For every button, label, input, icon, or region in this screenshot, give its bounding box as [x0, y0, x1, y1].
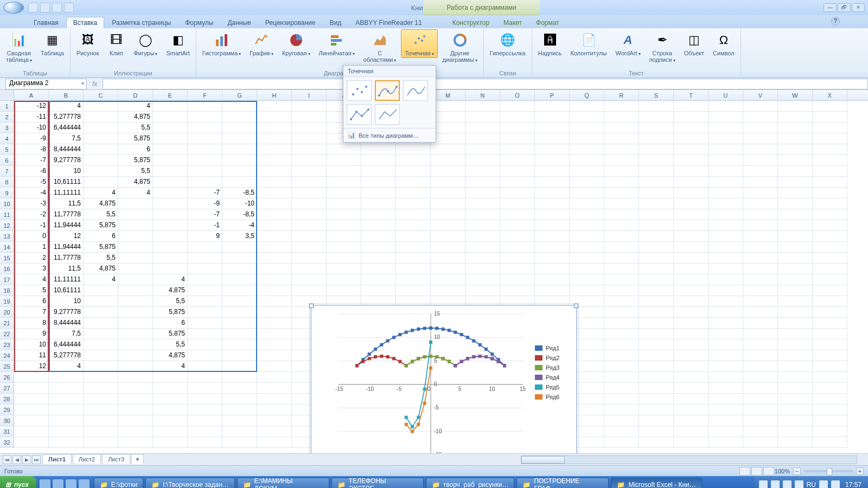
cell[interactable] — [222, 166, 257, 177]
cell[interactable] — [153, 209, 188, 220]
cell[interactable] — [465, 198, 500, 209]
cell[interactable] — [778, 101, 813, 112]
cell[interactable] — [327, 166, 361, 177]
select-all-corner[interactable] — [0, 90, 14, 100]
cell[interactable] — [257, 437, 292, 448]
cell[interactable] — [84, 296, 118, 307]
sheet-tab-2[interactable]: Лист2 — [73, 454, 101, 464]
cell[interactable] — [49, 404, 84, 415]
cell[interactable] — [778, 220, 813, 231]
tab-view[interactable]: Вид — [323, 17, 348, 28]
cell[interactable] — [153, 394, 188, 404]
row-header[interactable]: 4 — [0, 133, 14, 144]
cell[interactable] — [14, 437, 49, 448]
cell[interactable] — [84, 329, 118, 339]
cell[interactable] — [361, 231, 396, 242]
cell[interactable] — [188, 112, 222, 123]
cell[interactable] — [813, 242, 847, 253]
cell[interactable] — [327, 220, 361, 231]
row-header[interactable]: 29 — [0, 404, 14, 415]
cell[interactable]: 4,875 — [118, 177, 153, 188]
cell[interactable] — [327, 198, 361, 209]
cell[interactable] — [570, 253, 604, 264]
zoom-in-button[interactable]: + — [856, 467, 864, 475]
cell[interactable] — [743, 296, 778, 307]
cell[interactable] — [570, 220, 604, 231]
cell[interactable] — [778, 361, 813, 372]
cell[interactable] — [639, 350, 674, 361]
wordart-button[interactable]: AWordArt — [611, 29, 644, 58]
row-header[interactable]: 22 — [0, 329, 14, 339]
other-charts-button[interactable]: Другие диаграммы — [439, 29, 481, 65]
cell[interactable] — [188, 133, 222, 144]
cell[interactable] — [674, 296, 709, 307]
cell[interactable] — [222, 264, 257, 274]
row-header[interactable]: 32 — [0, 437, 14, 448]
cell[interactable] — [118, 383, 153, 394]
cell[interactable] — [604, 220, 639, 231]
cell[interactable] — [639, 329, 674, 339]
cell[interactable] — [743, 437, 778, 448]
cell[interactable] — [118, 415, 153, 426]
cell[interactable] — [153, 437, 188, 448]
cell[interactable] — [570, 177, 604, 188]
cell[interactable]: -8,5 — [222, 188, 257, 198]
cell[interactable] — [813, 220, 847, 231]
row-header[interactable]: 17 — [0, 274, 14, 285]
cell[interactable] — [639, 372, 674, 383]
cell[interactable] — [153, 220, 188, 231]
picture-button[interactable]: 🖼Рисунок — [73, 29, 103, 57]
cell[interactable] — [465, 220, 500, 231]
cell[interactable] — [570, 209, 604, 220]
row-header[interactable]: 5 — [0, 144, 14, 155]
cell[interactable] — [153, 404, 188, 415]
cell[interactable] — [465, 144, 500, 155]
cell[interactable] — [500, 285, 535, 296]
cell[interactable] — [709, 101, 743, 112]
cell[interactable] — [743, 307, 778, 318]
cell[interactable] — [778, 177, 813, 188]
cell[interactable] — [674, 166, 709, 177]
cell[interactable]: -1 — [14, 220, 49, 231]
cell[interactable] — [674, 177, 709, 188]
cell[interactable]: 11,5 — [49, 264, 84, 274]
cell[interactable] — [396, 155, 431, 166]
cell[interactable] — [743, 177, 778, 188]
cell[interactable] — [465, 285, 500, 296]
cell[interactable] — [327, 155, 361, 166]
cell[interactable]: 11,5 — [49, 198, 84, 209]
zoom-out-button[interactable]: − — [793, 467, 801, 475]
cell[interactable] — [743, 415, 778, 426]
cell[interactable] — [743, 242, 778, 253]
cell[interactable] — [14, 404, 49, 415]
cell[interactable] — [118, 231, 153, 242]
cell[interactable]: 5,875 — [153, 329, 188, 339]
cell[interactable] — [118, 253, 153, 264]
cell[interactable]: 5,277778 — [49, 112, 84, 123]
cell[interactable] — [813, 188, 847, 198]
cell[interactable] — [535, 155, 570, 166]
column-header[interactable]: E — [153, 90, 188, 100]
cell[interactable]: 4 — [118, 188, 153, 198]
tab-chart-layout[interactable]: Макет — [497, 17, 528, 28]
cell[interactable] — [674, 415, 709, 426]
resize-handle-ne[interactable] — [574, 304, 578, 308]
cell[interactable] — [465, 209, 500, 220]
cell[interactable]: 5,5 — [153, 339, 188, 350]
cell[interactable] — [361, 177, 396, 188]
cell[interactable] — [535, 220, 570, 231]
cell[interactable]: 6 — [14, 296, 49, 307]
cell[interactable] — [257, 264, 292, 274]
cell[interactable] — [778, 350, 813, 361]
cell[interactable] — [570, 144, 604, 155]
cell[interactable] — [743, 209, 778, 220]
language-indicator[interactable]: RU — [807, 481, 816, 488]
cell[interactable] — [813, 112, 847, 123]
cell[interactable] — [188, 329, 222, 339]
cell[interactable] — [257, 361, 292, 372]
sheet-nav-prev[interactable]: ◀ — [12, 455, 21, 464]
cell[interactable] — [604, 144, 639, 155]
cell[interactable] — [465, 188, 500, 198]
cell[interactable] — [743, 264, 778, 274]
cell[interactable] — [396, 177, 431, 188]
